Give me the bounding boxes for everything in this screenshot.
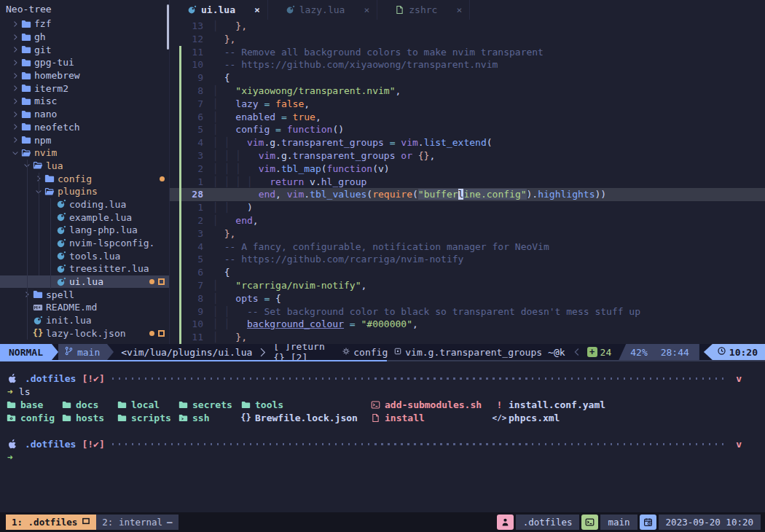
tmux-window-1-dotfiles[interactable]: 1: .dotfiles <box>6 515 96 530</box>
tree-item-neofetch[interactable]: neofetch <box>0 121 169 134</box>
code-line[interactable]: 2│ │ │ vim.tbl_map(function(v) <box>170 163 765 176</box>
folder-icon <box>6 400 17 410</box>
chevron-right-icon[interactable] <box>10 136 20 144</box>
lua-file-icon <box>55 277 67 287</box>
tree-item-nvim[interactable]: nvim <box>0 146 169 160</box>
tree-item-misc[interactable]: misc <box>0 95 169 108</box>
tree-item-nvim-lspconfig-[interactable]: nvim-lspconfig. <box>0 237 169 250</box>
chevron-right-icon[interactable] <box>10 71 20 80</box>
tree-item-nano[interactable]: nano <box>0 108 169 121</box>
tree-item-git[interactable]: git <box>0 43 169 56</box>
code-line[interactable]: 7│ "rcarriga/nvim-notify", <box>170 279 765 292</box>
chevron-right-icon[interactable] <box>10 84 20 93</box>
ls-entry-local: local <box>117 399 178 410</box>
code-line[interactable]: 8│ "xiyaowong/transparent.nvim", <box>170 85 765 98</box>
code-line[interactable]: 3│ │ │ vim.g.transparent_groups or {}, <box>170 149 765 163</box>
close-icon[interactable]: × <box>254 4 260 15</box>
chevron-right-icon[interactable] <box>10 97 20 106</box>
git-added-bar <box>179 71 181 85</box>
ls-entry-label: add-submodules.sh <box>385 399 482 410</box>
tab-zshrc[interactable]: zshrc× <box>377 0 470 20</box>
tree-item-gpg-tui[interactable]: gpg-tui <box>0 56 169 69</box>
tree-item-label: lua <box>46 160 63 171</box>
code-text: │ "xiyaowong/transparent.nvim", <box>203 85 401 98</box>
chevron-down-icon[interactable] <box>10 149 20 157</box>
terminal-pane[interactable]: .dotfiles[!✔]v➜lsbasedocslocalsecretstoo… <box>0 361 765 512</box>
code-text: │ │ │ │ return v.hl_group <box>203 176 366 189</box>
shell-prompt: .dotfiles[!✔]v <box>6 437 758 450</box>
code-line[interactable]: 11│ }, <box>170 331 765 344</box>
code-line[interactable]: 10 -- https://github.com/xiyaowong/trans… <box>170 58 765 71</box>
line-number: 10 <box>184 58 203 71</box>
code-line[interactable]: 11 -- Remove all background colors to ma… <box>170 46 765 59</box>
tree-item-npm[interactable]: npm <box>0 133 169 146</box>
shell-command-line[interactable]: ➜ <box>6 450 758 463</box>
tree-item-fzf[interactable]: fzf <box>0 17 169 31</box>
line-number: 6 <box>184 111 203 124</box>
code-line[interactable]: 9 { <box>170 71 765 85</box>
tree-item-label: README.md <box>46 302 97 313</box>
git-added-bar <box>179 214 181 227</box>
tmux-window-2-internal[interactable]: 2: internal– <box>96 515 178 530</box>
gutter-sign-column <box>170 227 184 240</box>
shell-command-line[interactable]: ➜ls <box>6 385 758 398</box>
code-text: │ │ vim.g.transparent_groups = vim.list_… <box>203 136 493 149</box>
code-line[interactable]: 4 -- A fancy, configurable, notification… <box>170 240 765 254</box>
tree-item-coding-lua[interactable]: coding.lua <box>0 198 169 211</box>
tree-indent-guide <box>39 173 39 275</box>
powerline-separator <box>52 344 58 360</box>
tree-item-example-lua[interactable]: example.lua <box>0 211 169 224</box>
close-icon[interactable]: × <box>456 4 462 15</box>
tree-item-readme-md[interactable]: README.md <box>0 301 169 314</box>
chevron-right-icon[interactable] <box>10 33 20 42</box>
editor-code-area[interactable]: 13│ },12 },11 -- Remove all background c… <box>170 20 765 344</box>
chevron-right-icon[interactable] <box>10 110 20 119</box>
code-line[interactable]: 13│ }, <box>170 20 765 33</box>
chevron-right-icon[interactable] <box>10 20 20 28</box>
line-number: 7 <box>184 279 203 292</box>
tree-item-tools-lua[interactable]: tools.lua <box>0 249 169 262</box>
folder-open-icon <box>32 160 44 171</box>
tree-item-lua[interactable]: lua <box>0 160 169 173</box>
chevron-right-icon[interactable] <box>10 122 20 131</box>
tree-item-init-lua[interactable]: init.lua <box>0 314 169 327</box>
lua-file-icon <box>55 238 67 249</box>
tree-item-plugins[interactable]: plugins <box>0 185 169 198</box>
tree-item-ui-lua[interactable]: ui.lua <box>0 275 169 289</box>
tab-lazy-lua[interactable]: lazy.lua× <box>268 0 377 20</box>
tree-item-iterm2[interactable]: iterm2 <box>0 82 169 95</box>
code-line[interactable]: 12 }, <box>170 33 765 46</box>
line-number: 9 <box>184 305 203 318</box>
chevron-right-icon[interactable] <box>10 58 20 67</box>
tree-item-label: init.lua <box>46 315 92 326</box>
code-line[interactable]: 8│ opts = { <box>170 292 765 305</box>
code-line-current[interactable]: 28 end, vim.tbl_values(require("bufferli… <box>170 188 765 201</box>
tree-item-lang-php-lua[interactable]: lang-php.lua <box>0 224 169 237</box>
code-line[interactable]: 7│ lazy = false, <box>170 98 765 111</box>
code-line[interactable]: 3 }, <box>170 227 765 240</box>
chevron-right-icon[interactable] <box>10 45 20 54</box>
code-line[interactable]: 6│ enabled = true, <box>170 111 765 124</box>
tree-item-config[interactable]: config <box>0 172 169 185</box>
code-line[interactable]: 6 { <box>170 266 765 279</box>
tree-item-homebrew[interactable]: homebrew <box>0 69 169 82</box>
tab-ui-lua[interactable]: ui.lua× <box>170 0 268 20</box>
ls-entry-install: install <box>370 412 494 423</box>
code-line[interactable]: 1│ │ ) <box>170 201 765 214</box>
code-line[interactable]: 5│ config = function() <box>170 123 765 136</box>
code-line[interactable]: 4│ │ vim.g.transparent_groups = vim.list… <box>170 136 765 149</box>
gutter-sign-column <box>170 33 184 46</box>
code-line[interactable]: 5 -- https://github.com/rcarriga/nvim-no… <box>170 253 765 266</box>
code-line[interactable]: 10│ │ background_colour = "#000000", <box>170 318 765 331</box>
code-text: │ }, <box>203 331 247 344</box>
code-line[interactable]: 9│ │ -- Set background color to black so… <box>170 305 765 318</box>
ls-entry-label: secrets <box>192 399 232 410</box>
breadcrumb-segment: [ ]return {} [2] <box>273 344 336 360</box>
tree-item-gh[interactable]: gh <box>0 31 169 44</box>
tree-item-spell[interactable]: spell <box>0 288 169 301</box>
code-line[interactable]: 1│ │ │ │ return v.hl_group <box>170 176 765 189</box>
tree-item-treesitter-lua[interactable]: treesitter.lua <box>0 262 169 275</box>
close-icon[interactable]: × <box>364 4 369 15</box>
code-line[interactable]: 2│ end, <box>170 214 765 227</box>
tree-item-lazy-lock-json[interactable]: {}lazy-lock.json <box>0 327 169 340</box>
